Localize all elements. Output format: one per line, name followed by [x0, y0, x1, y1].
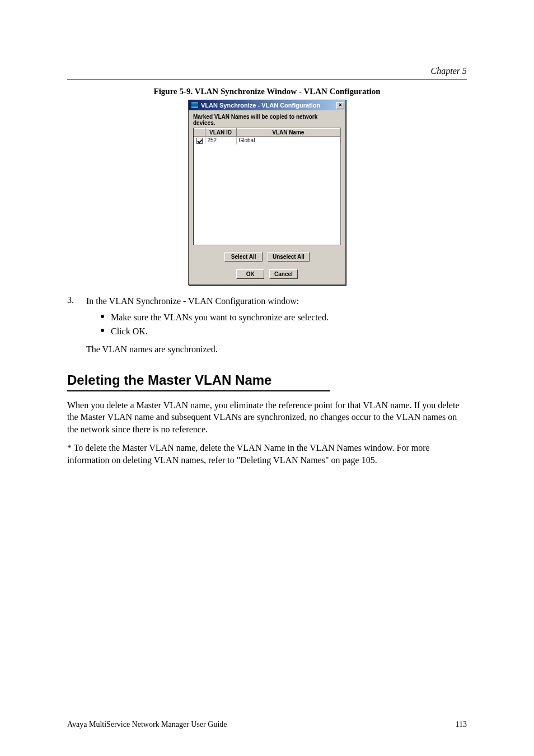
page-header-chapter: Chapter 5 [431, 66, 467, 76]
col-header-vlan-id[interactable]: VLAN ID [205, 129, 236, 137]
step-number: 3. [67, 295, 86, 307]
section-rule [67, 390, 330, 391]
ok-button[interactable]: OK [236, 269, 264, 279]
list-item: Click OK. [101, 325, 467, 338]
section-paragraph-1: When you delete a Master VLAN name, you … [67, 399, 467, 436]
col-header-vlan-name[interactable]: VLAN Name [236, 129, 340, 137]
vlan-table-container: VLAN ID VLAN Name 252 Global [193, 128, 341, 245]
section-heading: Deleting the Master VLAN Name [67, 372, 467, 388]
header-rule [67, 80, 467, 80]
step-text: In the VLAN Synchronize - VLAN Configura… [86, 295, 467, 307]
dialog-titlebar[interactable]: VLAN Synchronize - VLAN Configuration × [189, 100, 345, 110]
result-text: The VLAN names are synchronized. [86, 343, 467, 356]
footer-left: Avaya MultiService Network Manager User … [67, 720, 227, 729]
section-paragraph-2: * To delete the Master VLAN name, delete… [67, 442, 467, 466]
vlan-table: VLAN ID VLAN Name 252 Global [194, 128, 340, 144]
footer-page-number: 113 [456, 720, 467, 729]
app-icon [191, 102, 199, 109]
close-button[interactable]: × [336, 102, 344, 109]
row-checkbox[interactable] [196, 138, 203, 144]
dialog-instruction: Marked VLAN Names will be copied to netw… [193, 114, 341, 126]
dialog-title: VLAN Synchronize - VLAN Configuration [201, 102, 336, 109]
dialog-vlan-synchronize: VLAN Synchronize - VLAN Configuration × … [188, 100, 346, 285]
unselect-all-button[interactable]: Unselect All [268, 252, 310, 262]
cell-vlan-id: 252 [205, 137, 236, 144]
figure-caption: Figure 5-9. VLAN Synchronize Window - VL… [67, 87, 467, 96]
list-item: Make sure the VLANs you want to synchron… [101, 311, 467, 324]
table-row[interactable]: 252 Global [194, 137, 340, 144]
select-all-button[interactable]: Select All [224, 252, 263, 262]
cell-vlan-name: Global [236, 137, 340, 144]
cancel-button[interactable]: Cancel [269, 269, 298, 279]
col-header-checkbox[interactable] [194, 129, 205, 137]
close-icon: × [339, 102, 342, 108]
